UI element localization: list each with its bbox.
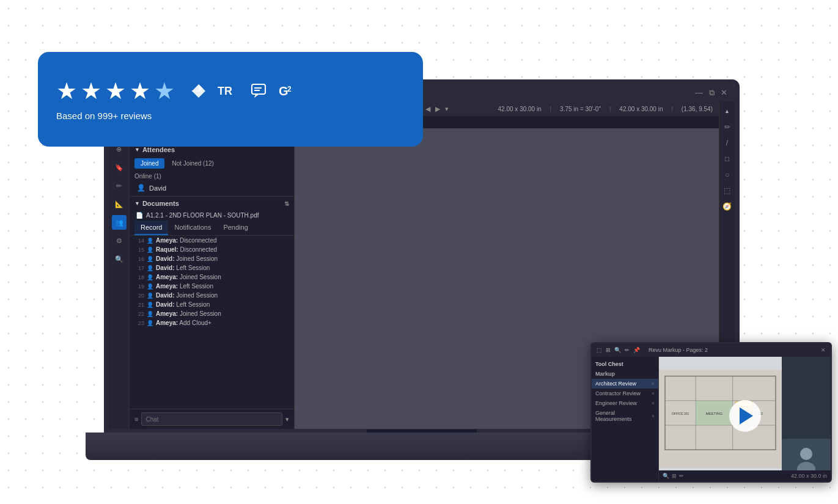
tool-page-prev[interactable]: ◀ (425, 105, 430, 113)
vt-title: Revu Markup - Pages: 2 (649, 347, 708, 353)
attendee-person-icon: 👤 (137, 184, 145, 192)
sort-icon[interactable]: ⇅ (284, 200, 289, 207)
log-row-15: 15 👤 Raquel: Disconnected (130, 245, 294, 254)
pdf-file-icon: 📄 (136, 212, 143, 219)
panel-close-2[interactable]: × (652, 390, 655, 396)
log-text-17: David: Left Session (156, 265, 290, 271)
log-num-16: 16 (133, 256, 144, 262)
rt-line-icon[interactable]: / (721, 137, 733, 149)
capterra-icon (191, 83, 207, 99)
markup-label: Markup (592, 369, 658, 379)
log-row-14: 14 👤 Ameya: Disconnected (130, 236, 294, 245)
log-text-19: Ameya: Left Session (156, 283, 290, 290)
log-row-18: 18 👤 Ameya: Joined Session (130, 272, 294, 282)
rt-stamp-icon[interactable]: ⬚ (721, 184, 733, 197)
video-overlay: ⬚ ⊞ 🔍 ✏ 📌 Revu Markup - Pages: 2 ✕ Tool … (590, 342, 832, 483)
vt-icon-5[interactable]: 📌 (633, 347, 640, 353)
tool-page-next[interactable]: ▶ (435, 105, 440, 113)
rt-pen-icon[interactable]: ✏ (721, 121, 733, 133)
log-row-23: 23 👤 Ameya: Add Cloud+ (130, 318, 294, 327)
attendees-section-label: Attendees (142, 146, 175, 153)
panel-close-1[interactable]: × (652, 381, 655, 387)
window-controls: — ⧉ ✕ (695, 88, 727, 98)
rt-circle-icon[interactable]: ○ (721, 169, 733, 181)
documents-arrow-icon: ▼ (134, 200, 140, 206)
star-half: ★ (154, 78, 175, 104)
log-num-20: 20 (133, 293, 144, 299)
vt-icon-3[interactable]: 🔍 (614, 347, 621, 353)
attendee-name-david: David (149, 184, 166, 192)
panel-close-3[interactable]: × (652, 400, 655, 406)
log-icon-23: 👤 (147, 320, 153, 326)
svg-text:2: 2 (287, 85, 292, 93)
sidebar-icon-nav: ⊞ 📄 ⊕ 🔖 ✏ 📐 👥 ⚙ 🔍 (109, 101, 130, 429)
log-num-22: 22 (133, 311, 144, 317)
vt-icon-4[interactable]: ✏ (625, 347, 630, 353)
panel-close-4[interactable]: × (652, 413, 655, 419)
notifications-tab[interactable]: Notifications (168, 221, 217, 235)
document-filename[interactable]: A1.2.1 - 2ND FLOOR PLAN - SOUTH.pdf (146, 212, 259, 219)
vbb-icon-1[interactable]: 🔍 (663, 473, 669, 479)
log-text-20: David: Joined Session (156, 292, 290, 299)
maximize-button[interactable]: ⧉ (709, 88, 715, 98)
log-icon-22: 👤 (147, 311, 153, 317)
chat-filter-icon[interactable]: ▾ (285, 415, 289, 423)
nav-icon-bookmark[interactable]: 🔖 (112, 160, 127, 175)
zoom-measurement: 42.00 x 30.00 in (498, 106, 542, 112)
log-icon-15: 👤 (147, 247, 153, 253)
minimize-button[interactable]: — (695, 88, 703, 98)
log-text-23: Ameya: Add Cloud+ (156, 320, 290, 326)
documents-section: ▼ Documents ⇅ 📄 A1.2.1 - 2ND FLOOR PLAN … (130, 196, 294, 221)
log-text-22: Ameya: Joined Session (156, 310, 290, 317)
vbb-icon-3[interactable]: ✏ (679, 473, 684, 479)
rating-card: ★ ★ ★ ★ ★ TR G (38, 52, 423, 147)
tab-not-joined[interactable]: Not Joined (12) (166, 158, 219, 169)
vt-icon-1[interactable]: ⬚ (597, 347, 602, 353)
star-1: ★ (56, 78, 77, 104)
review-count-text: Based on 999+ reviews (56, 111, 405, 121)
star-2: ★ (81, 78, 101, 104)
nav-icon-search[interactable]: 🔍 (112, 252, 127, 266)
vt-close-icon[interactable]: ✕ (821, 347, 826, 353)
vt-icon-2[interactable]: ⊞ (606, 347, 611, 353)
nav-icon-settings[interactable]: ⚙ (112, 233, 127, 248)
tab-joined[interactable]: Joined (134, 158, 164, 169)
record-tabs-bar: Record Notifications Pending (130, 221, 294, 236)
vbb-icon-2[interactable]: ⊞ (672, 473, 677, 479)
svg-point-66 (800, 448, 812, 460)
star-4: ★ (130, 78, 150, 104)
tool-more-icon[interactable]: ▾ (445, 105, 449, 113)
rt-rect-icon[interactable]: □ (721, 153, 733, 165)
log-icon-21: 👤 (147, 302, 153, 308)
nav-icon-measure[interactable]: 📐 (112, 197, 127, 211)
log-num-18: 18 (133, 274, 144, 280)
panel-item-general[interactable]: General Measurements × (592, 408, 658, 424)
nav-icon-session[interactable]: 👥 (112, 215, 127, 230)
scale-measure-1: 3.75 in = 30'-0" (560, 106, 601, 112)
nav-icon-markup[interactable]: ✏ (112, 178, 127, 193)
log-text-16: David: Joined Session (156, 255, 290, 262)
rating-stars-row: ★ ★ ★ ★ ★ TR G (56, 78, 405, 104)
panel-item-engineer[interactable]: Engineer Review × (592, 398, 658, 408)
separator-3: | (550, 106, 551, 112)
log-text-18: Ameya: Joined Session (156, 274, 290, 280)
attendee-david: 👤 David (130, 182, 294, 194)
documents-section-header[interactable]: ▼ Documents ⇅ (130, 197, 294, 210)
play-triangle-icon (740, 407, 753, 425)
panel-item-contractor[interactable]: Contractor Review × (592, 389, 658, 398)
svg-text:TR: TR (218, 85, 232, 97)
chat-input[interactable] (141, 412, 282, 426)
pending-tab[interactable]: Pending (217, 221, 254, 235)
record-tab[interactable]: Record (134, 221, 168, 235)
log-icon-20: 👤 (147, 293, 153, 299)
svg-text:MEETING: MEETING (706, 412, 723, 415)
panel-item-architect[interactable]: Architect Review × (592, 379, 658, 389)
play-button[interactable] (729, 400, 761, 432)
log-text-21: David: Left Session (156, 301, 290, 308)
log-num-15: 15 (133, 247, 144, 253)
video-blueprint-bg: MEETING OFFICE 201 OFFICE 202 Provide de… (659, 357, 782, 481)
rt-nav-icon[interactable]: 🧭 (721, 200, 733, 213)
close-button[interactable]: ✕ (721, 88, 727, 98)
chat-list-icon: ≡ (134, 415, 138, 423)
online-header: Online (1) (130, 170, 294, 182)
